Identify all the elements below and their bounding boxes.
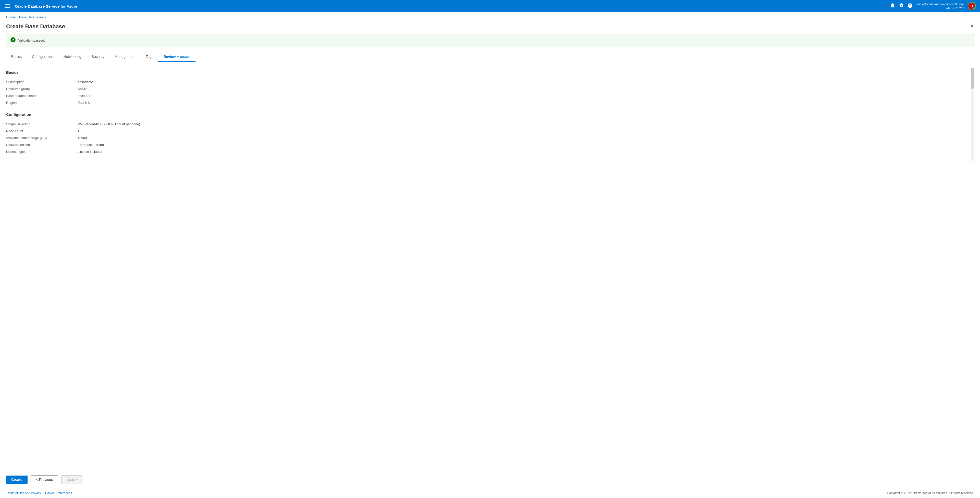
app-title: Oracle Database Service for Azure xyxy=(15,4,886,8)
user-org: ODSADEMO xyxy=(946,6,964,10)
validation-banner: Validation passed. xyxy=(6,34,974,47)
next-button: Next > xyxy=(61,475,83,484)
topbar-icons: docs@odsademo.onmicrosoft.com ODSADEMO D xyxy=(891,2,976,10)
scrollbar-thumb[interactable] xyxy=(971,68,974,89)
shape-value: VM.Standard2.2 (2 OCPU count per node) xyxy=(78,122,140,126)
db-name-label: Base database name xyxy=(6,94,78,98)
content-scroll-area: Basics Subscription odsademo Resource gr… xyxy=(6,68,974,161)
avatar[interactable]: D xyxy=(968,2,976,10)
breadcrumb-parent[interactable]: Base Databases xyxy=(19,15,43,19)
svg-rect-0 xyxy=(5,4,10,5)
page-title: Create Base Database xyxy=(6,23,65,30)
tab-tags[interactable]: Tags xyxy=(141,52,159,62)
breadcrumb: Home › Base Databases › xyxy=(0,12,980,21)
table-row: Shape Selection VM.Standard2.2 (2 OCPU c… xyxy=(6,121,967,127)
tab-management[interactable]: Management xyxy=(110,52,141,62)
license-type-label: License type xyxy=(6,150,78,154)
storage-value: 40960 xyxy=(78,136,87,140)
shape-label: Shape Selection xyxy=(6,122,78,126)
cookie-link[interactable]: Cookie Preferences xyxy=(45,492,72,495)
table-row: Subscription odsademo xyxy=(6,79,967,86)
main-content: Validation passed. Basics Configuration … xyxy=(0,34,980,471)
license-type-value: License included xyxy=(78,150,102,154)
region-value: East US xyxy=(78,101,90,105)
basics-section-title: Basics xyxy=(6,70,967,75)
resource-group-label: Resource group xyxy=(6,87,78,91)
configuration-info-table: Shape Selection VM.Standard2.2 (2 OCPU c… xyxy=(6,121,967,155)
breadcrumb-home[interactable]: Home xyxy=(6,15,15,19)
tabs: Basics Configuration Networking Security… xyxy=(6,52,974,62)
breadcrumb-sep-2: › xyxy=(45,16,46,19)
terms-link[interactable]: Terms of Use and Privacy xyxy=(6,492,41,495)
footer-links: Terms of Use and Privacy Cookie Preferen… xyxy=(6,492,72,495)
close-button[interactable]: ✕ xyxy=(970,23,974,29)
table-row: Base database name docs001 xyxy=(6,92,967,99)
action-bar: Create < Previous Next > xyxy=(0,471,980,488)
region-label: Region xyxy=(6,101,78,105)
table-row: Resource group App42 xyxy=(6,86,967,92)
table-row: Region East US xyxy=(6,99,967,106)
table-row: Software edition Enterprise Edition xyxy=(6,142,967,148)
configuration-section-title: Configuration xyxy=(6,112,967,116)
user-email: docs@odsademo.onmicrosoft.com xyxy=(916,3,964,6)
create-button[interactable]: Create xyxy=(6,476,27,484)
topbar: Oracle Database Service for Azure docs@o… xyxy=(0,0,980,12)
svg-rect-2 xyxy=(5,7,10,8)
tab-security[interactable]: Security xyxy=(86,52,110,62)
node-count-value: 1 xyxy=(78,129,80,133)
tab-configuration[interactable]: Configuration xyxy=(27,52,58,62)
software-edition-value: Enterprise Edition xyxy=(78,143,104,147)
validation-icon xyxy=(11,37,16,44)
menu-icon[interactable] xyxy=(4,3,11,10)
avatar-status-dot xyxy=(973,7,975,10)
basics-info-table: Subscription odsademo Resource group App… xyxy=(6,79,967,106)
content-wrapper: Basics Subscription odsademo Resource gr… xyxy=(6,68,974,161)
breadcrumb-sep-1: › xyxy=(17,16,18,19)
tab-basics[interactable]: Basics xyxy=(6,52,27,62)
tab-review-create[interactable]: Review + create xyxy=(158,52,195,62)
page-header: Create Base Database ✕ xyxy=(0,21,980,34)
software-edition-label: Software edition xyxy=(6,143,78,147)
settings-icon[interactable] xyxy=(899,3,904,9)
footer: Terms of Use and Privacy Cookie Preferen… xyxy=(0,488,980,498)
previous-button[interactable]: < Previous xyxy=(30,475,59,484)
subscription-label: Subscription xyxy=(6,80,78,84)
footer-copyright: Copyright © 2022, Oracle and/or its affi… xyxy=(887,492,974,495)
svg-rect-1 xyxy=(5,6,10,6)
table-row: Node count 1 xyxy=(6,127,967,134)
validation-text: Validation passed. xyxy=(18,38,45,42)
scrollbar[interactable] xyxy=(971,68,974,161)
db-name-value: docs001 xyxy=(78,94,90,98)
resource-group-value: App42 xyxy=(78,87,87,91)
tab-networking[interactable]: Networking xyxy=(59,52,86,62)
user-info: docs@odsademo.onmicrosoft.com ODSADEMO xyxy=(916,3,964,10)
table-row: License type License included xyxy=(6,148,967,155)
storage-label: Available data storage (GB) xyxy=(6,136,78,140)
node-count-label: Node count xyxy=(6,129,78,133)
form-content: Basics Subscription odsademo Resource gr… xyxy=(6,68,971,161)
help-icon[interactable] xyxy=(908,3,912,9)
subscription-value: odsademo xyxy=(78,80,93,84)
notification-icon[interactable] xyxy=(891,3,895,10)
table-row: Available data storage (GB) 40960 xyxy=(6,134,967,142)
